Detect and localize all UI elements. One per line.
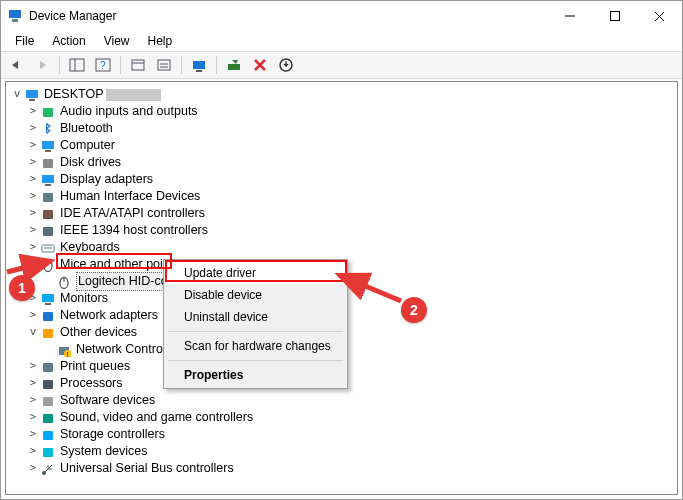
tree-category[interactable]: >Audio inputs and outputs — [8, 103, 675, 120]
expand-icon[interactable]: > — [26, 206, 40, 221]
context-menu-item[interactable]: Disable device — [166, 284, 345, 306]
svg-rect-50 — [43, 448, 53, 457]
svg-rect-23 — [43, 108, 53, 117]
window-controls — [547, 1, 682, 31]
close-button[interactable] — [637, 1, 682, 31]
back-button[interactable] — [5, 54, 27, 76]
device-manager-window: Device Manager File Action View Help ? v… — [0, 0, 683, 500]
enable-button[interactable] — [223, 54, 245, 76]
options-button[interactable] — [153, 54, 175, 76]
context-menu-separator — [168, 360, 343, 361]
window-title: Device Manager — [29, 9, 547, 23]
forward-button[interactable] — [31, 54, 53, 76]
category-label: System devices — [60, 443, 148, 460]
svg-rect-27 — [42, 175, 54, 183]
software-icon — [40, 393, 56, 409]
context-menu-item[interactable]: Uninstall device — [166, 306, 345, 328]
svg-rect-12 — [158, 60, 170, 70]
svg-rect-16 — [196, 70, 202, 72]
mouse-icon — [40, 257, 56, 273]
expand-icon[interactable]: > — [26, 155, 40, 170]
tree-category[interactable]: >System devices — [8, 443, 675, 460]
usb-icon — [40, 461, 56, 477]
expand-icon[interactable]: v — [26, 257, 40, 272]
svg-rect-24 — [42, 141, 54, 149]
expand-icon[interactable]: > — [26, 223, 40, 238]
properties-button[interactable] — [127, 54, 149, 76]
category-label: Software devices — [60, 392, 155, 409]
category-label: Universal Serial Bus controllers — [60, 460, 234, 477]
expand-icon[interactable]: > — [26, 410, 40, 425]
expand-icon[interactable]: > — [26, 240, 40, 255]
ide-icon — [40, 206, 56, 222]
app-icon — [7, 8, 23, 24]
category-label: Processors — [60, 375, 123, 392]
tree-category[interactable]: >Sound, video and game controllers — [8, 409, 675, 426]
obscured-text — [106, 89, 161, 101]
tree-category[interactable]: >Bluetooth — [8, 120, 675, 137]
menu-help[interactable]: Help — [140, 32, 181, 50]
disk-icon — [40, 155, 56, 171]
tree-root[interactable]: vDESKTOP — [8, 86, 675, 103]
tree-category[interactable]: >Universal Serial Bus controllers — [8, 460, 675, 477]
category-label: Monitors — [60, 290, 108, 307]
context-menu-item[interactable]: Scan for hardware changes — [166, 335, 345, 357]
tree-category[interactable]: >Human Interface Devices — [8, 188, 675, 205]
tree-category[interactable]: >Storage controllers — [8, 426, 675, 443]
expand-icon[interactable]: > — [26, 376, 40, 391]
annotation-step-2: 2 — [401, 297, 427, 323]
svg-rect-22 — [29, 99, 35, 101]
category-label: Print queues — [60, 358, 130, 375]
device-label: Network Contro — [76, 341, 163, 358]
update-driver-button[interactable] — [188, 54, 210, 76]
titlebar: Device Manager — [1, 1, 682, 31]
mouse-icon — [56, 274, 72, 290]
maximize-button[interactable] — [592, 1, 637, 31]
disable-button[interactable] — [249, 54, 271, 76]
expand-icon[interactable]: > — [26, 427, 40, 442]
expand-icon[interactable]: v — [26, 325, 40, 340]
svg-rect-1 — [12, 19, 18, 22]
tree-category[interactable]: >Disk drives — [8, 154, 675, 171]
category-label: Disk drives — [60, 154, 121, 171]
expand-icon[interactable]: > — [26, 189, 40, 204]
expand-icon[interactable]: > — [26, 104, 40, 119]
cpu-icon — [40, 376, 56, 392]
expand-icon[interactable]: > — [26, 138, 40, 153]
category-label: IDE ATA/ATAPI controllers — [60, 205, 205, 222]
show-hide-tree-button[interactable] — [66, 54, 88, 76]
sound-icon — [40, 410, 56, 426]
expand-icon[interactable]: > — [26, 172, 40, 187]
svg-rect-30 — [43, 210, 53, 219]
tree-category[interactable]: >Keyboards — [8, 239, 675, 256]
category-label: Display adapters — [60, 171, 153, 188]
uninstall-button[interactable] — [275, 54, 297, 76]
expand-icon[interactable]: > — [26, 444, 40, 459]
network-icon — [40, 308, 56, 324]
context-menu-item[interactable]: Properties — [166, 364, 345, 386]
help-button[interactable]: ? — [92, 54, 114, 76]
context-menu-separator — [168, 331, 343, 332]
tree-category[interactable]: >Computer — [8, 137, 675, 154]
svg-rect-45 — [43, 363, 53, 372]
tree-category[interactable]: >IEEE 1394 host controllers — [8, 222, 675, 239]
other-icon — [40, 325, 56, 341]
context-menu: Update driverDisable deviceUninstall dev… — [163, 259, 348, 389]
tree-category[interactable]: >IDE ATA/ATAPI controllers — [8, 205, 675, 222]
menu-view[interactable]: View — [96, 32, 138, 50]
tree-category[interactable]: >Software devices — [8, 392, 675, 409]
expand-icon[interactable]: > — [26, 359, 40, 374]
menu-file[interactable]: File — [7, 32, 42, 50]
context-menu-item[interactable]: Update driver — [166, 262, 345, 284]
expand-icon[interactable]: > — [26, 393, 40, 408]
minimize-button[interactable] — [547, 1, 592, 31]
expand-icon[interactable]: > — [26, 121, 40, 136]
menu-action[interactable]: Action — [44, 32, 93, 50]
expand-icon[interactable]: > — [26, 308, 40, 323]
keyboard-icon — [40, 240, 56, 256]
expand-icon[interactable]: > — [26, 461, 40, 476]
svg-rect-0 — [9, 10, 21, 18]
tree-category[interactable]: >Display adapters — [8, 171, 675, 188]
menubar: File Action View Help — [1, 31, 682, 51]
svg-rect-31 — [43, 227, 53, 236]
